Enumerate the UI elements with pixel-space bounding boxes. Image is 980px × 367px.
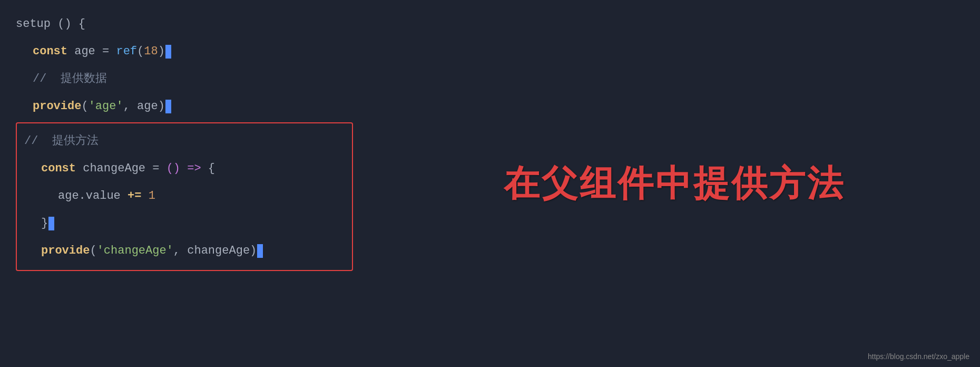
code-str-age: 'age' [89,93,123,120]
code-line-const-age: const age = ref (18) [16,38,353,65]
code-comma-2: , [173,237,180,265]
code-line-agevalue: age .value += 1 [24,182,345,210]
code-line-provide-age: provide ('age', age) [16,93,353,120]
cursor-2 [165,100,171,113]
code-line-close-brace: } [24,210,345,237]
code-setup-fn: setup () { [16,11,85,38]
code-paren-3: ( [81,93,88,120]
code-paren-4: ) [158,93,165,120]
code-panel: setup () { const age = ref (18) // 提供数据 … [0,0,369,367]
code-line-const-changeage: const changeAge = () => { [24,155,345,182]
code-kw-const-1: const [33,38,67,65]
code-op-2: = [145,155,159,182]
highlight-box: // 提供方法 const changeAge = () => { age .v… [16,122,353,271]
watermark: https://blog.csdn.net/zxo_apple [868,352,969,361]
code-comma-1: , [123,93,130,120]
code-line-comment-1: // 提供数据 [16,65,353,93]
code-var-age-3: age [58,182,79,210]
code-line-comment-2: // 提供方法 [24,128,345,155]
code-brace-close: } [41,210,48,237]
code-line-setup: setup () { [16,11,353,38]
code-comment-method: // 提供方法 [24,128,99,155]
code-var-changeage-2: changeAge [180,237,250,265]
annotation-text: 在父组件中提供方法 [504,160,845,208]
code-num-1: 1 [141,182,155,210]
code-var-age: age [67,38,95,65]
code-fn-ref: ref [109,38,137,65]
code-paren-5: ( [90,237,96,265]
code-kw-const-2: const [41,155,76,182]
code-fn-provide-2: provide [41,237,90,265]
code-fn-provide-1: provide [33,93,81,120]
code-brace-1: { [201,155,215,182]
code-str-changeage: 'changeAge' [97,237,173,265]
code-prop-value: .value [79,182,121,210]
code-comment-data: // 提供数据 [33,65,107,93]
code-paren-6: ) [250,237,257,265]
annotation-panel: 在父组件中提供方法 https://blog.csdn.net/zxo_appl… [369,0,980,367]
code-line-provide-changeage: provide ('changeAge', changeAge) [24,237,345,265]
code-op-pluseq: += [121,182,142,210]
code-op-1: = [95,38,109,65]
code-var-changeage: changeAge [76,155,145,182]
code-paren-2: ) [158,38,165,65]
cursor-1 [165,45,171,59]
code-num-18: 18 [144,38,158,65]
cursor-4 [257,244,263,258]
code-var-age-2: age [130,93,158,120]
cursor-3 [48,217,54,230]
code-paren-1: ( [137,38,144,65]
code-arrow: () => [159,155,201,182]
